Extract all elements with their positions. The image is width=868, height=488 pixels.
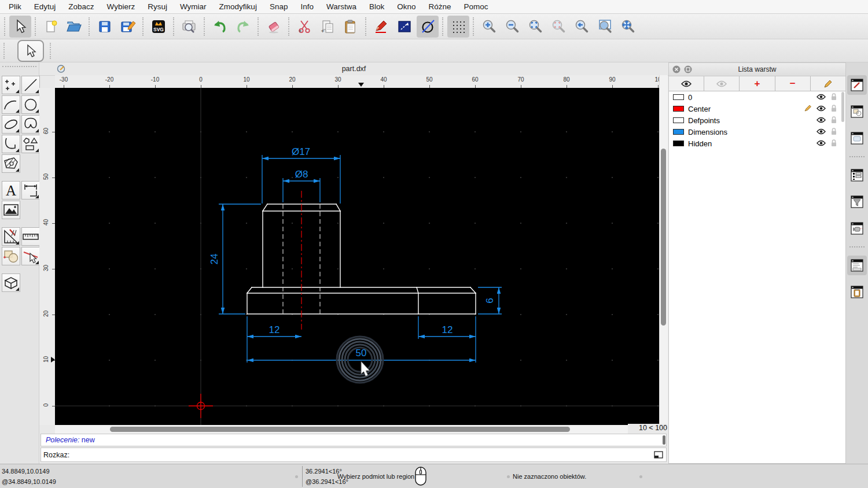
layer-row-center[interactable]: Center <box>669 103 845 114</box>
modify-tool-button[interactable] <box>2 247 20 265</box>
save-as-button[interactable] <box>117 16 139 38</box>
redo-button[interactable] <box>232 16 254 38</box>
hatch-tool-button[interactable] <box>2 154 20 173</box>
line-tool-button[interactable] <box>21 76 40 94</box>
menu-pomoc[interactable]: Pomoc <box>458 0 495 14</box>
clipboard-window-dock-icon[interactable] <box>847 282 867 302</box>
arc-tool-button[interactable] <box>2 95 20 114</box>
measure-tool-button[interactable] <box>2 227 20 246</box>
add-layer-button[interactable]: + <box>740 76 775 91</box>
layer-panel-scrollbar-thumb[interactable] <box>841 92 844 122</box>
menu-r-ne[interactable]: Różne <box>422 0 458 14</box>
dim-text-50[interactable]: 50 <box>356 347 367 358</box>
layer-lock-icon[interactable] <box>830 139 837 149</box>
zoom-back-button[interactable] <box>571 16 593 38</box>
print-preview-button[interactable] <box>178 16 200 38</box>
draw-order-button[interactable] <box>393 16 415 38</box>
points-tool-button[interactable] <box>2 76 20 94</box>
cut-button[interactable]: + <box>293 16 315 38</box>
menu-plik[interactable]: Plik <box>2 0 28 14</box>
remove-layer-button[interactable]: − <box>775 76 811 91</box>
layer-lock-icon[interactable] <box>830 93 837 102</box>
menu-okno[interactable]: Okno <box>391 0 422 14</box>
zoom-auto-button[interactable] <box>524 16 546 38</box>
shapes-window-dock-icon[interactable] <box>847 102 867 121</box>
command-input[interactable] <box>73 449 653 461</box>
layer-visibility-icon[interactable] <box>816 139 826 148</box>
isometric-circle-button[interactable] <box>417 16 439 38</box>
command-history-scrollbar[interactable] <box>663 435 665 445</box>
cube3d-tool-button[interactable] <box>2 273 20 292</box>
edit-layer-button[interactable] <box>811 76 845 91</box>
menu-snap[interactable]: Snap <box>263 0 295 14</box>
dim-text-d17[interactable]: Ø17 <box>292 146 310 157</box>
image-tool-button[interactable] <box>2 201 20 219</box>
layer-color-swatch[interactable] <box>673 106 684 112</box>
layer-visibility-icon[interactable] <box>816 128 826 136</box>
zoom-out-button[interactable] <box>501 16 523 38</box>
filter-window-dock-icon[interactable] <box>847 192 867 212</box>
delete-eraser-button[interactable] <box>263 16 285 38</box>
dimension-tool-button[interactable] <box>21 181 40 199</box>
grid-toggle-button[interactable] <box>447 16 469 38</box>
layer-row-defpoints[interactable]: Defpoints <box>669 114 845 126</box>
ellipse-tool-button[interactable] <box>2 115 20 134</box>
shapes-tool-button[interactable] <box>21 135 40 153</box>
undo-button[interactable] <box>209 16 231 38</box>
drawing-canvas[interactable]: Ø17 Ø8 24 6 12 12 50 <box>55 88 659 425</box>
menu-blok[interactable]: Blok <box>363 0 391 14</box>
layer-visibility-icon[interactable] <box>816 93 826 102</box>
layer-color-swatch[interactable] <box>673 117 684 123</box>
text-tool-button[interactable]: A <box>2 181 20 199</box>
menu-info[interactable]: Info <box>294 0 320 14</box>
command-window-dock-icon[interactable] <box>847 256 867 275</box>
copy-button[interactable]: + <box>317 16 339 38</box>
part-geometry[interactable] <box>247 204 476 314</box>
layer-row-dimensions[interactable]: Dimensions <box>669 126 845 138</box>
dimension-texts[interactable]: Ø17 Ø8 24 6 12 12 50 <box>209 146 495 358</box>
dim-text-d8[interactable]: Ø8 <box>295 169 308 180</box>
horizontal-scrollbar[interactable] <box>55 425 634 434</box>
zoom-in-button[interactable] <box>478 16 500 38</box>
menu-zmodyfikuj[interactable]: Zmodyfikuj <box>213 0 263 14</box>
layer-visibility-icon[interactable] <box>816 105 826 113</box>
new-document-button[interactable] <box>40 16 62 38</box>
save-file-button[interactable] <box>94 16 116 38</box>
circle-tool-button[interactable] <box>21 95 40 114</box>
dim-text-24[interactable]: 24 <box>209 254 220 265</box>
select-tool-button[interactable] <box>9 16 31 38</box>
layer-color-swatch[interactable] <box>673 94 684 100</box>
attributes-pen-button[interactable] <box>370 16 392 38</box>
zoom-previous-button[interactable] <box>547 16 569 38</box>
polyline-tool-button[interactable] <box>2 135 20 153</box>
modify-attributes-tool-button[interactable] <box>21 247 40 265</box>
layer-lock-icon[interactable] <box>830 127 837 137</box>
layer-lock-icon[interactable] <box>830 104 837 114</box>
pen-window-dock-icon[interactable] <box>847 75 867 95</box>
svg-export-button[interactable]: SVG <box>148 16 170 38</box>
dim-text-12-left[interactable]: 12 <box>269 324 280 335</box>
projector-window-dock-icon[interactable] <box>847 219 867 238</box>
vertical-scrollbar[interactable] <box>659 75 668 425</box>
show-all-layers-button[interactable] <box>669 76 704 91</box>
zoom-pan-button[interactable] <box>617 16 639 38</box>
keyboard-toggle-button[interactable] <box>653 450 664 460</box>
dim-text-12-right[interactable]: 12 <box>442 324 453 335</box>
menu-wymiar[interactable]: Wymiar <box>174 0 213 14</box>
dim-text-6[interactable]: 6 <box>484 298 495 303</box>
ruler-tool-button[interactable] <box>21 227 40 246</box>
layer-lock-icon[interactable] <box>830 116 837 125</box>
dimensions[interactable] <box>219 155 502 363</box>
menu-rysuj[interactable]: Rysuj <box>141 0 174 14</box>
layer-color-swatch[interactable] <box>673 141 684 146</box>
spline-tool-button[interactable] <box>21 115 40 134</box>
hide-all-layers-button[interactable] <box>704 76 740 91</box>
paste-button[interactable] <box>340 16 362 38</box>
layer-color-swatch[interactable] <box>673 129 684 135</box>
menu-zobacz[interactable]: Zobacz <box>62 0 100 14</box>
vertical-scrollbar-thumb[interactable] <box>661 149 666 326</box>
menu-edytuj[interactable]: Edytuj <box>28 0 62 14</box>
menu-wybierz[interactable]: Wybierz <box>101 0 142 14</box>
layer-row-0[interactable]: 0 <box>669 91 845 103</box>
list-window-dock-icon[interactable] <box>847 165 867 185</box>
